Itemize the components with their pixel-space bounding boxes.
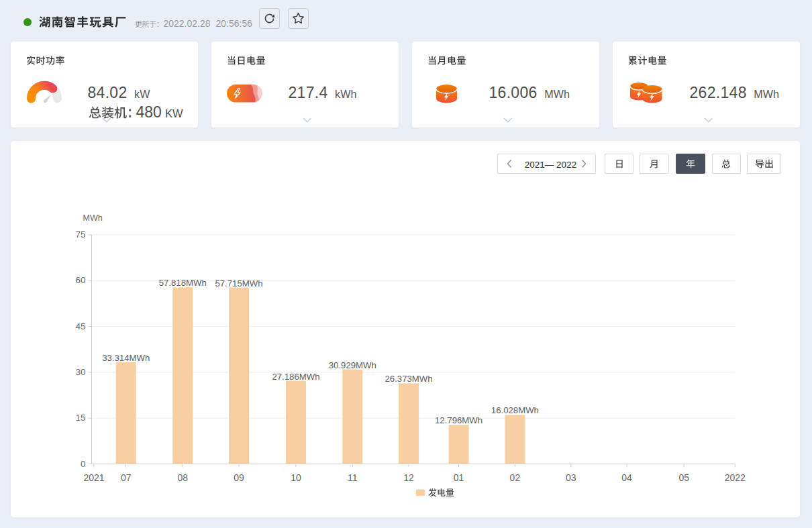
svg-text:30.929MWh: 30.929MWh [329, 360, 376, 370]
svg-text:16.028MWh: 16.028MWh [491, 405, 539, 415]
svg-text:57.818MWh: 57.818MWh [159, 278, 207, 288]
svg-text:0: 0 [81, 459, 86, 469]
svg-text:2021: 2021 [83, 472, 104, 483]
svg-text:12: 12 [403, 472, 414, 483]
svg-text:02: 02 [510, 472, 521, 483]
svg-text:10: 10 [291, 472, 301, 483]
svg-text:33.314MWh: 33.314MWh [102, 353, 150, 363]
svg-text:08: 08 [178, 472, 189, 483]
svg-text:04: 04 [621, 472, 632, 483]
svg-text:11: 11 [348, 472, 358, 483]
svg-text:26.373MWh: 26.373MWh [385, 374, 433, 384]
svg-text:30: 30 [75, 367, 85, 377]
svg-text:12.796MWh: 12.796MWh [435, 415, 483, 425]
svg-text:01: 01 [454, 472, 464, 483]
svg-text:45: 45 [75, 321, 85, 331]
svg-text:MWh: MWh [83, 213, 103, 223]
svg-text:09: 09 [234, 472, 244, 483]
svg-text:03: 03 [566, 472, 576, 483]
svg-text:27.186MWh: 27.186MWh [272, 372, 319, 382]
svg-text:07: 07 [121, 472, 132, 483]
svg-text:60: 60 [75, 275, 85, 285]
svg-text:15: 15 [75, 413, 85, 423]
svg-text:57.715MWh: 57.715MWh [215, 278, 262, 288]
svg-text:75: 75 [75, 229, 85, 240]
svg-text:2022: 2022 [725, 472, 746, 483]
svg-text:05: 05 [678, 472, 689, 483]
